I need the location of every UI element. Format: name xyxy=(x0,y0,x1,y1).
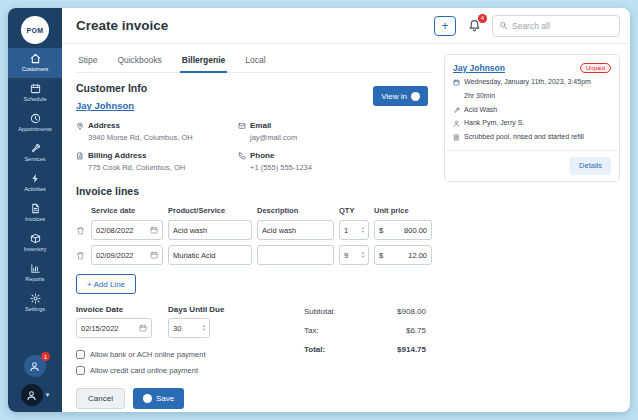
ach-checkbox[interactable] xyxy=(76,350,85,359)
wrench-icon xyxy=(30,143,41,154)
cancel-button[interactable]: Cancel xyxy=(76,388,125,409)
sidebar-item-customers[interactable]: Customers xyxy=(8,48,62,78)
product-input[interactable] xyxy=(173,251,247,260)
sidebar-item-inventory[interactable]: Inventory xyxy=(8,228,62,258)
days-until-due-input[interactable] xyxy=(173,324,200,333)
service-date-input[interactable] xyxy=(96,251,147,260)
sidebar-item-activities[interactable]: Activities xyxy=(8,168,62,198)
calendar-icon[interactable] xyxy=(139,324,147,332)
save-icon xyxy=(143,394,152,403)
home-icon xyxy=(30,53,41,64)
invoice-date-input[interactable] xyxy=(81,324,136,333)
save-label: Save xyxy=(156,394,174,403)
box-icon xyxy=(30,233,41,244)
tab-quickbooks[interactable]: Quickbooks xyxy=(115,50,163,72)
add-line-button[interactable]: + Add Line xyxy=(76,274,136,294)
sidebar-item-label: Invoices xyxy=(25,216,45,222)
sidebar-item-settings[interactable]: Settings xyxy=(8,288,62,318)
sidebar-item-reports[interactable]: Reports xyxy=(8,258,62,288)
sidebar-item-appointments[interactable]: Appointments xyxy=(8,108,62,138)
unit-price-input[interactable] xyxy=(386,251,427,260)
calendar-icon xyxy=(453,79,460,86)
page-title: Create invoice xyxy=(76,18,168,33)
notifications-button[interactable]: 4 xyxy=(465,17,483,35)
app-window: POM Customers Schedule Appointments Serv… xyxy=(8,8,630,412)
calendar-icon[interactable] xyxy=(150,251,158,259)
user-avatar[interactable] xyxy=(21,384,43,406)
top-bar: Create invoice + 4 xyxy=(62,8,630,44)
service-date-input[interactable] xyxy=(96,226,147,235)
credit-card-checkbox[interactable] xyxy=(76,366,85,375)
gear-icon xyxy=(30,293,41,304)
description-field xyxy=(257,245,334,265)
unit-price-field: $ xyxy=(374,245,432,265)
col-product: Product/Service xyxy=(168,206,252,215)
qty-input[interactable] xyxy=(344,226,359,235)
sidebar-item-services[interactable]: Services xyxy=(8,138,62,168)
sidebar-item-label: Reports xyxy=(25,276,44,282)
search-input[interactable] xyxy=(512,21,613,31)
qty-stepper[interactable]: ▴▾ xyxy=(362,251,364,259)
product-field xyxy=(168,245,252,265)
add-button[interactable]: + xyxy=(434,16,456,36)
unit-price-input[interactable] xyxy=(386,226,427,235)
tax-row: Tax: $6.75 xyxy=(304,326,426,335)
save-button[interactable]: Save xyxy=(133,388,184,409)
service-date-field xyxy=(91,220,163,240)
days-until-due-group: Days Until Due ▴▾ xyxy=(168,305,224,338)
clock-icon xyxy=(30,113,41,124)
chevron-down-icon[interactable]: ▾ xyxy=(46,391,50,399)
tab-local[interactable]: Local xyxy=(243,50,267,72)
credit-card-payment-option[interactable]: Allow credit card online payment xyxy=(76,366,304,375)
app-logo: POM xyxy=(21,16,49,44)
customer-fields: Address 3940 Morse Rd, Columbus, OH Emai… xyxy=(76,121,432,172)
notification-avatar[interactable]: 1 xyxy=(24,355,46,377)
qty-input[interactable] xyxy=(344,251,359,260)
field-email: Email jay@mail.com xyxy=(238,121,418,142)
subtotal-label: Subtotal: xyxy=(304,307,336,316)
qty-field: ▴▾ xyxy=(339,245,369,265)
product-input[interactable] xyxy=(173,226,247,235)
delete-row-icon[interactable] xyxy=(76,226,86,235)
col-qty: QTY xyxy=(339,206,369,215)
appointment-customer-link[interactable]: Jay Johnson xyxy=(453,63,505,73)
tax-value: $6.75 xyxy=(406,326,426,335)
user-menu[interactable]: ▾ xyxy=(21,384,50,406)
billing-icon xyxy=(76,152,84,160)
invoice-form: Stipe Quickbooks Billergenie Local Custo… xyxy=(62,44,442,412)
sidebar: POM Customers Schedule Appointments Serv… xyxy=(8,8,62,412)
sidebar-item-invoices[interactable]: Invoices xyxy=(8,198,62,228)
delete-row-icon[interactable] xyxy=(76,251,86,260)
col-description: Description xyxy=(257,206,334,215)
appointment-service: Acid Wash xyxy=(453,106,611,115)
form-actions: Cancel Save xyxy=(76,388,304,409)
totals-panel: Subtotal: $908.00 Tax: $6.75 Total: $914… xyxy=(304,305,426,409)
qty-field: ▴▾ xyxy=(339,220,369,240)
qty-stepper[interactable]: ▴▾ xyxy=(362,226,364,234)
main-area: Create invoice + 4 Stipe Quickbooks Bill… xyxy=(62,8,630,412)
description-input[interactable] xyxy=(262,251,329,260)
tab-stipe[interactable]: Stipe xyxy=(76,50,99,72)
days-until-due-field: ▴▾ xyxy=(168,318,210,338)
field-label: Phone xyxy=(250,151,274,160)
sidebar-item-schedule[interactable]: Schedule xyxy=(8,78,62,108)
tab-billergenie[interactable]: Billergenie xyxy=(180,50,227,73)
sidebar-item-label: Appointments xyxy=(18,126,52,132)
col-unit-price: Unit price xyxy=(374,206,432,215)
invoice-table-header: Service date Product/Service Description… xyxy=(76,206,432,215)
view-in-label: View in xyxy=(381,92,407,101)
customer-name-link[interactable]: Jay Johnson xyxy=(76,100,134,111)
field-value: jay@mail.com xyxy=(250,133,418,142)
calendar-icon[interactable] xyxy=(150,226,158,234)
currency-symbol: $ xyxy=(379,251,383,260)
details-button[interactable]: Details xyxy=(570,157,611,175)
description-input[interactable] xyxy=(262,226,329,235)
note-icon xyxy=(453,134,460,141)
days-stepper[interactable]: ▴▾ xyxy=(203,324,205,332)
sidebar-item-label: Schedule xyxy=(24,96,47,102)
ach-payment-option[interactable]: Allow bank or ACH online payment xyxy=(76,350,304,359)
sidebar-item-label: Inventory xyxy=(24,246,47,252)
view-in-button[interactable]: View in xyxy=(373,86,428,106)
invoice-lines-title: Invoice lines xyxy=(76,185,432,197)
subtotal-row: Subtotal: $908.00 xyxy=(304,307,426,316)
